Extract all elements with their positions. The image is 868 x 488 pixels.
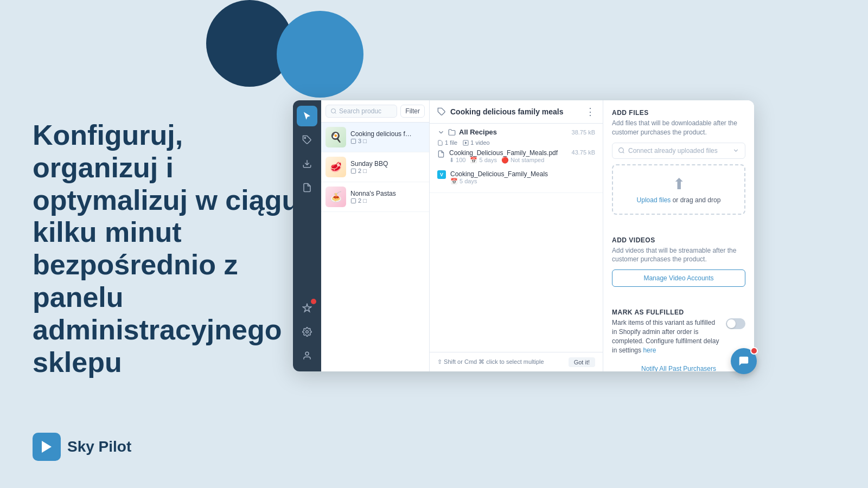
svg-marker-10 <box>465 142 467 144</box>
sidebar-item-download[interactable] <box>297 153 317 174</box>
file-icon <box>350 198 356 204</box>
sidebar-item-tag[interactable] <box>297 130 317 150</box>
product-info: Nonna's Pastas 2 □ <box>350 190 425 204</box>
product-count: 3 □ <box>350 138 425 144</box>
fulfilled-description: Mark items of this variant as fulfilled … <box>612 318 720 355</box>
search-icon <box>330 108 337 114</box>
product-count: 2 □ <box>350 197 425 204</box>
chat-icon <box>738 355 750 367</box>
got-it-button[interactable]: Got it! <box>569 357 595 367</box>
svg-rect-8 <box>351 198 355 203</box>
upload-text: Upload files or drag and drop <box>623 196 735 204</box>
svg-point-1 <box>304 137 305 138</box>
app-window: Search produc Filter 🍳 Cooking delicious… <box>293 100 754 371</box>
product-name: Cooking delicious f… <box>350 130 425 138</box>
file-meta: 📅 5 days <box>450 178 595 185</box>
product-name: Sunday BBQ <box>350 160 425 168</box>
file-row[interactable]: V Cooking_Delicious_Family_Meals 📅 5 day… <box>437 167 595 188</box>
sidebar-item-sparkle[interactable] <box>297 298 317 318</box>
add-videos-section: ADD VIDEOS Add videos that will be strea… <box>612 236 745 296</box>
notify-section: Notify All Past Purchasers <box>612 363 745 371</box>
products-toolbar: Search produc Filter <box>321 100 429 123</box>
add-files-section: ADD FILES Add files that will be downloa… <box>612 109 745 223</box>
svg-line-12 <box>623 152 624 153</box>
video-stat: 1 video <box>463 139 489 146</box>
folder-header[interactable]: All Recipes 38.75 kB <box>437 128 595 136</box>
more-options-icon[interactable]: ⋮ <box>585 106 595 118</box>
file-stat-icon <box>437 140 443 146</box>
folder-group: All Recipes 38.75 kB 1 file 1 video <box>430 124 603 193</box>
product-info: Sunday BBQ 2 □ <box>350 160 425 174</box>
product-name: Nonna's Pastas <box>350 190 425 197</box>
svg-rect-6 <box>351 139 355 143</box>
sidebar-item-gear[interactable] <box>297 322 317 342</box>
search-box[interactable]: Search produc <box>326 105 397 118</box>
file-details: Cooking_Delicious_Family_Meals.pdf ⬇ 100… <box>449 149 567 164</box>
logo-text: Sky Pilot <box>67 438 131 455</box>
list-item[interactable]: 🍳 Cooking delicious f… 3 □ <box>321 123 429 152</box>
expiry-days: 📅 5 days <box>450 178 477 185</box>
file-stat: 1 file <box>437 139 457 146</box>
files-panel: Cooking delicious family meals ⋮ All Rec… <box>430 100 603 371</box>
hero-headline: Konfiguruj, organizuj i optymalizuj w ci… <box>33 119 304 378</box>
product-thumbnail: 🍝 <box>326 187 346 207</box>
list-item[interactable]: 🍝 Nonna's Pastas 2 □ <box>321 182 429 212</box>
product-thumbnail: 🥩 <box>326 157 346 177</box>
hint-text: ⇧ Shift or Cmd ⌘ click to select multipl… <box>437 358 544 365</box>
list-item[interactable]: 🥩 Sunday BBQ 2 □ <box>321 152 429 182</box>
filter-button[interactable]: Filter <box>400 105 425 118</box>
pdf-icon <box>437 150 445 159</box>
upload-icon: ⬆ <box>623 175 735 193</box>
toggle-wrap: Mark items of this variant as fulfilled … <box>612 318 745 355</box>
file-meta: ⬇ 100 📅 5 days 🔴 Not stamped <box>449 157 567 164</box>
svg-point-11 <box>619 148 624 153</box>
folder-icon <box>448 129 456 136</box>
logo-svg <box>39 439 55 455</box>
svg-line-5 <box>335 112 336 113</box>
sidebar <box>293 100 321 371</box>
add-videos-desc: Add videos that will be streamable after… <box>612 246 745 265</box>
add-files-title: ADD FILES <box>612 109 745 117</box>
manage-video-accounts-button[interactable]: Manage Video Accounts <box>612 269 745 287</box>
sidebar-item-cursor[interactable] <box>297 106 317 126</box>
expiry-days: 📅 5 days <box>470 157 496 164</box>
files-header: Cooking delicious family meals ⋮ <box>430 100 603 124</box>
search-placeholder: Search produc <box>339 107 381 115</box>
connect-placeholder: Connect already uploaded files <box>628 147 718 155</box>
svg-point-2 <box>306 331 309 333</box>
product-title: Cooking delicious family meals <box>437 107 564 116</box>
upload-zone[interactable]: ⬆ Upload files or drag and drop <box>612 164 745 215</box>
upload-link[interactable]: Upload files <box>637 196 671 204</box>
hero-section: Konfiguruj, organizuj i optymalizuj w ci… <box>33 119 304 378</box>
chevron-icon <box>732 147 739 154</box>
right-panel: ADD FILES Add files that will be downloa… <box>603 100 754 371</box>
tag-icon <box>437 107 446 116</box>
video-stat-icon <box>463 140 469 146</box>
mark-fulfilled-section: MARK AS FULFILLED Mark items of this var… <box>612 309 745 355</box>
products-panel: Search produc Filter 🍳 Cooking delicious… <box>321 100 430 371</box>
folder-size: 38.75 kB <box>572 129 595 136</box>
product-info: Cooking delicious f… 3 □ <box>350 130 425 144</box>
notify-purchasers-link[interactable]: Notify All Past Purchasers <box>641 365 716 371</box>
file-row[interactable]: Cooking_Delicious_Family_Meals.pdf ⬇ 100… <box>437 146 595 167</box>
sidebar-item-file[interactable] <box>297 177 317 198</box>
file-name: Cooking_Delicious_Family_Meals <box>450 170 595 178</box>
product-thumbnail: 🍳 <box>326 127 346 147</box>
file-name: Cooking_Delicious_Family_Meals.pdf <box>449 149 567 157</box>
sidebar-item-person[interactable] <box>297 345 317 366</box>
chat-bubble[interactable] <box>731 348 757 374</box>
bottom-bar: ⇧ Shift or Cmd ⌘ click to select multipl… <box>430 352 603 371</box>
file-icon <box>350 168 356 174</box>
add-files-desc: Add files that will be downloadable afte… <box>612 119 745 137</box>
settings-link[interactable]: here <box>643 346 656 354</box>
product-count: 2 □ <box>350 168 425 174</box>
connect-select[interactable]: Connect already uploaded files <box>612 143 745 159</box>
logo-icon <box>33 433 61 461</box>
notification-badge <box>311 299 316 304</box>
fulfilled-toggle[interactable] <box>726 318 745 329</box>
mark-fulfilled-title: MARK AS FULFILLED <box>612 309 745 316</box>
logo-area: Sky Pilot <box>33 433 131 461</box>
download-count: ⬇ 100 <box>449 157 465 164</box>
svg-point-3 <box>305 352 309 355</box>
chevron-down-icon <box>437 129 445 136</box>
